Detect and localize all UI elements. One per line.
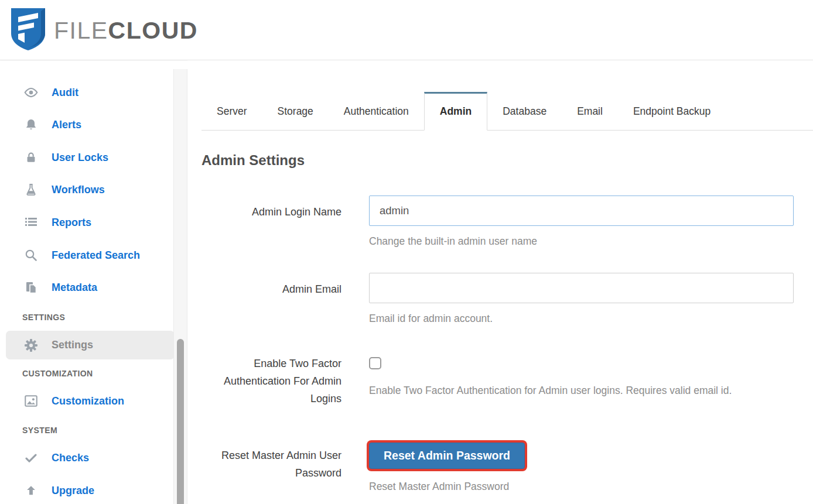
two-factor-help: Enable Two Factor Authentication for Adm… (369, 382, 797, 399)
documents-icon (23, 280, 39, 295)
tab-authentication[interactable]: Authentication (329, 94, 424, 130)
eye-icon (23, 85, 39, 100)
admin-email-input[interactable] (369, 273, 794, 303)
admin-login-name-help: Change the built-in admin user name (369, 233, 537, 250)
tab-endpoint-backup[interactable]: Endpoint Backup (618, 94, 726, 130)
sidebar-item-label: Reports (52, 217, 91, 229)
sidebar-item-label: Audit (52, 87, 78, 99)
sidebar-item-label: Federated Search (52, 249, 140, 262)
admin-email-help: Email id for admin account. (369, 310, 493, 327)
filecloud-logo-icon (11, 7, 46, 52)
brand-cloud: CLOUD (108, 17, 198, 44)
two-factor-checkbox[interactable] (369, 357, 381, 369)
check-icon (23, 450, 39, 465)
sidebar-item-label: Upgrade (52, 485, 94, 497)
two-factor-label: Enable Two Factor Authentication For Adm… (201, 355, 341, 407)
admin-email-label: Admin Email (201, 280, 341, 298)
arrow-up-icon (23, 483, 39, 498)
sidebar-section-settings: SETTINGS (22, 308, 65, 326)
sidebar-item-checks[interactable]: Checks (0, 445, 173, 471)
list-icon (23, 215, 39, 230)
tab-email[interactable]: Email (562, 94, 618, 130)
sidebar-item-label: User Locks (52, 152, 108, 164)
gear-icon (23, 338, 39, 353)
sidebar-item-label: Customization (52, 395, 124, 407)
sidebar-item-label: Checks (52, 452, 89, 464)
flask-icon (23, 182, 39, 197)
sidebar-item-label: Settings (52, 339, 93, 351)
sidebar-item-reports[interactable]: Reports (0, 210, 173, 235)
brand-file: FILE (54, 17, 108, 44)
sidebar-item-customization[interactable]: Customization (0, 388, 173, 414)
sidebar-section-customization: CUSTOMIZATION (22, 365, 93, 382)
tab-admin[interactable]: Admin (424, 92, 487, 131)
admin-login-name-label: Admin Login Name (201, 203, 341, 221)
sidebar-item-workflows[interactable]: Workflows (0, 177, 173, 203)
sidebar-scrollbar-thumb[interactable] (177, 339, 184, 504)
sidebar-nav: Audit Alerts User Locks Workflows Report (0, 61, 187, 504)
tab-server[interactable]: Server (201, 94, 262, 130)
search-icon (23, 248, 39, 263)
tab-database[interactable]: Database (487, 94, 562, 130)
bell-icon (23, 117, 39, 132)
sidebar-item-label: Workflows (52, 184, 105, 196)
page-title: Admin Settings (201, 152, 305, 169)
sidebar-item-metadata[interactable]: Metadata (0, 275, 173, 300)
sidebar-item-audit[interactable]: Audit (0, 80, 173, 105)
image-icon (23, 393, 39, 409)
lock-icon (23, 150, 39, 165)
reset-admin-password-button[interactable]: Reset Admin Password (369, 443, 525, 469)
sidebar-item-alerts[interactable]: Alerts (0, 112, 173, 138)
tab-storage[interactable]: Storage (262, 94, 329, 130)
sidebar-item-user-locks[interactable]: User Locks (0, 145, 173, 170)
app-header: FILECLOUD (0, 0, 813, 60)
filecloud-admin-page: FILECLOUD Audit Alerts User Locks (0, 0, 813, 504)
sidebar-item-federated-search[interactable]: Federated Search (0, 242, 173, 268)
reset-admin-help: Reset Master Admin Password (369, 478, 509, 495)
admin-login-name-input[interactable] (369, 196, 794, 226)
sidebar-item-settings[interactable]: Settings (6, 331, 175, 359)
reset-admin-label: Reset Master Admin User Password (201, 447, 341, 482)
sidebar-section-system: SYSTEM (22, 421, 57, 439)
sidebar-item-label: Metadata (52, 282, 97, 294)
sidebar-scrollbar-track (173, 69, 187, 504)
sidebar-item-label: Alerts (52, 119, 81, 131)
settings-tabstrip: Server Storage Authentication Admin Data… (201, 92, 813, 131)
sidebar-item-upgrade[interactable]: Upgrade (0, 478, 173, 503)
main-content: Server Storage Authentication Admin Data… (187, 60, 813, 504)
brand-wordmark: FILECLOUD (54, 16, 198, 44)
